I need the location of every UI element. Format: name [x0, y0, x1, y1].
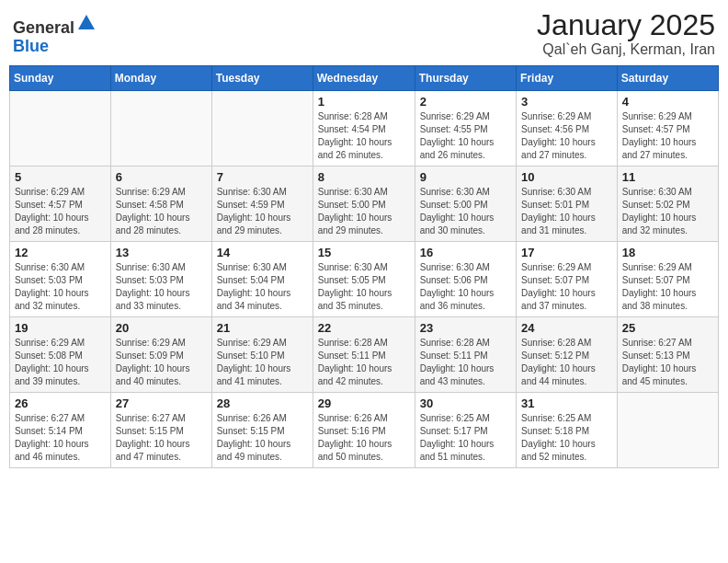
day-info: Sunrise: 6:29 AM Sunset: 4:56 PM Dayligh…	[521, 110, 612, 162]
day-info: Sunrise: 6:28 AM Sunset: 4:54 PM Dayligh…	[318, 110, 410, 162]
day-info: Sunrise: 6:30 AM Sunset: 5:02 PM Dayligh…	[622, 186, 713, 237]
day-info: Sunrise: 6:29 AM Sunset: 4:58 PM Dayligh…	[116, 186, 207, 237]
week-row-1: 1Sunrise: 6:28 AM Sunset: 4:54 PM Daylig…	[10, 91, 719, 167]
day-info: Sunrise: 6:27 AM Sunset: 5:15 PM Dayligh…	[116, 412, 207, 464]
calendar-cell: 28Sunrise: 6:26 AM Sunset: 5:15 PM Dayli…	[211, 393, 313, 468]
day-number: 9	[420, 170, 511, 184]
day-number: 18	[622, 246, 713, 259]
weekday-header-saturday: Saturday	[617, 66, 718, 91]
day-number: 22	[318, 321, 410, 335]
day-info: Sunrise: 6:30 AM Sunset: 5:04 PM Dayligh…	[217, 261, 308, 313]
calendar-cell: 2Sunrise: 6:29 AM Sunset: 4:55 PM Daylig…	[415, 91, 516, 167]
day-number: 2	[420, 95, 511, 109]
day-info: Sunrise: 6:28 AM Sunset: 5:12 PM Dayligh…	[521, 337, 612, 388]
day-number: 11	[622, 170, 713, 184]
calendar-cell: 19Sunrise: 6:29 AM Sunset: 5:08 PM Dayli…	[10, 317, 111, 393]
location-subtitle: Qal`eh Ganj, Kerman, Iran	[537, 41, 715, 58]
calendar-cell: 29Sunrise: 6:26 AM Sunset: 5:16 PM Dayli…	[313, 393, 415, 468]
day-info: Sunrise: 6:30 AM Sunset: 4:59 PM Dayligh…	[217, 186, 308, 237]
weekday-header-thursday: Thursday	[415, 66, 516, 91]
calendar-table: SundayMondayTuesdayWednesdayThursdayFrid…	[9, 65, 719, 468]
day-number: 29	[318, 396, 410, 410]
logo: General Blue	[13, 13, 97, 56]
day-number: 15	[318, 246, 410, 259]
day-number: 8	[318, 170, 410, 184]
calendar-cell: 23Sunrise: 6:28 AM Sunset: 5:11 PM Dayli…	[415, 317, 516, 393]
day-info: Sunrise: 6:29 AM Sunset: 5:07 PM Dayligh…	[622, 261, 713, 313]
calendar-cell: 8Sunrise: 6:30 AM Sunset: 5:00 PM Daylig…	[313, 167, 415, 242]
day-info: Sunrise: 6:29 AM Sunset: 5:10 PM Dayligh…	[217, 337, 308, 388]
day-number: 3	[521, 95, 612, 109]
day-number: 16	[420, 246, 511, 259]
page-header: General Blue January 2025 Qal`eh Ganj, K…	[9, 9, 719, 58]
day-number: 31	[521, 396, 612, 410]
day-number: 5	[15, 170, 106, 184]
day-info: Sunrise: 6:27 AM Sunset: 5:13 PM Dayligh…	[622, 337, 713, 388]
calendar-cell: 25Sunrise: 6:27 AM Sunset: 5:13 PM Dayli…	[617, 317, 718, 393]
title-area: January 2025 Qal`eh Ganj, Kerman, Iran	[537, 9, 715, 58]
calendar-cell	[211, 91, 313, 167]
week-row-4: 19Sunrise: 6:29 AM Sunset: 5:08 PM Dayli…	[10, 317, 719, 393]
day-number: 30	[420, 396, 511, 410]
day-info: Sunrise: 6:29 AM Sunset: 4:57 PM Dayligh…	[622, 110, 713, 162]
day-number: 6	[116, 170, 207, 184]
calendar-cell: 16Sunrise: 6:30 AM Sunset: 5:06 PM Dayli…	[415, 242, 516, 317]
day-info: Sunrise: 6:30 AM Sunset: 5:00 PM Dayligh…	[420, 186, 511, 237]
logo-general-text: General	[13, 18, 74, 37]
calendar-cell: 17Sunrise: 6:29 AM Sunset: 5:07 PM Dayli…	[517, 242, 618, 317]
calendar-cell: 14Sunrise: 6:30 AM Sunset: 5:04 PM Dayli…	[211, 242, 313, 317]
day-number: 10	[521, 170, 612, 184]
weekday-header-friday: Friday	[517, 66, 618, 91]
calendar-cell: 11Sunrise: 6:30 AM Sunset: 5:02 PM Dayli…	[617, 167, 718, 242]
calendar-cell: 27Sunrise: 6:27 AM Sunset: 5:15 PM Dayli…	[110, 393, 211, 468]
day-number: 1	[318, 95, 410, 109]
calendar-cell: 4Sunrise: 6:29 AM Sunset: 4:57 PM Daylig…	[617, 91, 718, 167]
calendar-cell: 13Sunrise: 6:30 AM Sunset: 5:03 PM Dayli…	[110, 242, 211, 317]
calendar-cell: 1Sunrise: 6:28 AM Sunset: 4:54 PM Daylig…	[313, 91, 415, 167]
week-row-2: 5Sunrise: 6:29 AM Sunset: 4:57 PM Daylig…	[10, 167, 719, 242]
logo-icon	[76, 13, 97, 33]
day-info: Sunrise: 6:26 AM Sunset: 5:16 PM Dayligh…	[318, 412, 410, 464]
calendar-cell: 30Sunrise: 6:25 AM Sunset: 5:17 PM Dayli…	[415, 393, 516, 468]
day-number: 23	[420, 321, 511, 335]
day-info: Sunrise: 6:30 AM Sunset: 5:05 PM Dayligh…	[318, 261, 410, 313]
day-number: 28	[217, 396, 308, 410]
calendar-cell: 12Sunrise: 6:30 AM Sunset: 5:03 PM Dayli…	[10, 242, 111, 317]
day-number: 12	[15, 246, 106, 259]
day-info: Sunrise: 6:29 AM Sunset: 5:08 PM Dayligh…	[15, 337, 106, 388]
calendar-cell: 31Sunrise: 6:25 AM Sunset: 5:18 PM Dayli…	[517, 393, 618, 468]
day-number: 7	[217, 170, 308, 184]
weekday-header-sunday: Sunday	[10, 66, 111, 91]
day-number: 25	[622, 321, 713, 335]
day-number: 27	[116, 396, 207, 410]
day-info: Sunrise: 6:25 AM Sunset: 5:18 PM Dayligh…	[521, 412, 612, 464]
day-info: Sunrise: 6:25 AM Sunset: 5:17 PM Dayligh…	[420, 412, 511, 464]
calendar-cell: 21Sunrise: 6:29 AM Sunset: 5:10 PM Dayli…	[211, 317, 313, 393]
calendar-cell: 10Sunrise: 6:30 AM Sunset: 5:01 PM Dayli…	[517, 167, 618, 242]
day-number: 4	[622, 95, 713, 109]
day-info: Sunrise: 6:28 AM Sunset: 5:11 PM Dayligh…	[318, 337, 410, 388]
day-info: Sunrise: 6:27 AM Sunset: 5:14 PM Dayligh…	[15, 412, 106, 464]
weekday-header-tuesday: Tuesday	[211, 66, 313, 91]
calendar-cell	[10, 91, 111, 167]
day-number: 19	[15, 321, 106, 335]
day-info: Sunrise: 6:30 AM Sunset: 5:03 PM Dayligh…	[116, 261, 207, 313]
day-info: Sunrise: 6:29 AM Sunset: 5:07 PM Dayligh…	[521, 261, 612, 313]
calendar-cell: 5Sunrise: 6:29 AM Sunset: 4:57 PM Daylig…	[10, 167, 111, 242]
day-number: 17	[521, 246, 612, 259]
week-row-3: 12Sunrise: 6:30 AM Sunset: 5:03 PM Dayli…	[10, 242, 719, 317]
calendar-cell	[110, 91, 211, 167]
weekday-header-wednesday: Wednesday	[313, 66, 415, 91]
day-number: 26	[15, 396, 106, 410]
calendar-cell: 15Sunrise: 6:30 AM Sunset: 5:05 PM Dayli…	[313, 242, 415, 317]
day-info: Sunrise: 6:30 AM Sunset: 5:06 PM Dayligh…	[420, 261, 511, 313]
week-row-5: 26Sunrise: 6:27 AM Sunset: 5:14 PM Dayli…	[10, 393, 719, 468]
day-number: 24	[521, 321, 612, 335]
day-info: Sunrise: 6:26 AM Sunset: 5:15 PM Dayligh…	[217, 412, 308, 464]
calendar-cell: 20Sunrise: 6:29 AM Sunset: 5:09 PM Dayli…	[110, 317, 211, 393]
day-info: Sunrise: 6:29 AM Sunset: 5:09 PM Dayligh…	[116, 337, 207, 388]
calendar-cell: 18Sunrise: 6:29 AM Sunset: 5:07 PM Dayli…	[617, 242, 718, 317]
calendar-cell: 24Sunrise: 6:28 AM Sunset: 5:12 PM Dayli…	[517, 317, 618, 393]
logo-blue-text: Blue	[13, 37, 49, 55]
day-number: 20	[116, 321, 207, 335]
